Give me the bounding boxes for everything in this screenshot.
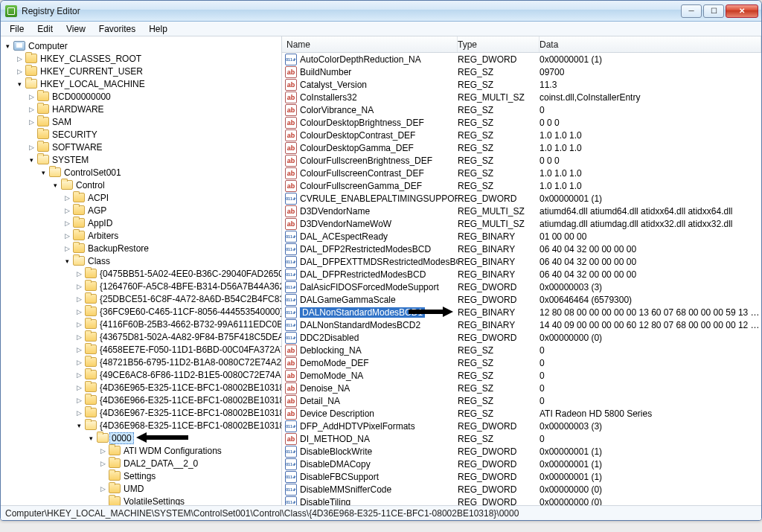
value-row[interactable]: DAL_ACEspectReadyREG_BINARY01 00 00 00 (282, 230, 761, 243)
tree-label[interactable]: AppID (88, 218, 112, 228)
tree-row[interactable]: ▷DAL2_DATA__2_0 (2, 457, 281, 469)
tree-label[interactable]: {4658EE7E-F050-11D1-B6BD-00C04FA372A7… (100, 344, 282, 355)
value-row[interactable]: DALGameGammaScaleREG_DWORD0x00646464 (65… (282, 293, 761, 306)
expand-icon[interactable]: ▷ (74, 332, 84, 342)
tree-row[interactable]: ▷AGP (2, 204, 281, 217)
tree-row[interactable]: ▾0000 (2, 432, 281, 444)
expand-icon[interactable]: ▷ (62, 193, 72, 203)
value-row[interactable]: BuildNumberREG_SZ09700 (282, 65, 761, 78)
tree-row[interactable]: ▷{25DBCE51-6C8F-4A72-8A6D-B54C2B4FC83… (2, 292, 281, 305)
column-data[interactable]: Data (540, 36, 761, 52)
tree-row[interactable]: ▾{4D36E968-E325-11CE-BFC1-08002BE10318… (2, 419, 281, 432)
expand-icon[interactable]: ▷ (74, 344, 84, 355)
tree-label[interactable]: HKEY_CLASSES_ROOT (40, 54, 141, 64)
value-row[interactable]: D3DVendorNameWoWREG_MULTI_SZatiumdag.dll… (282, 217, 761, 230)
value-row[interactable]: CoInstallers32REG_MULTI_SZcoinst.dll,CoI… (282, 91, 761, 103)
value-row[interactable]: DAL_DFPRestrictedModesBCDREG_BINARY06 40… (282, 268, 761, 281)
value-row[interactable]: DAL_DFPEXTTMDSRestrictedModesBCDREG_BINA… (282, 255, 761, 268)
tree-row[interactable]: ▾HKEY_LOCAL_MACHINE (2, 77, 281, 90)
collapse-icon[interactable]: ▾ (14, 79, 25, 89)
tree-row[interactable]: ▾ControlSet001 (2, 166, 281, 179)
value-row[interactable]: Catalyst_VersionREG_SZ11.3 (282, 78, 761, 91)
tree-label[interactable]: UMD (124, 484, 144, 494)
expand-icon[interactable]: ▷ (97, 446, 108, 456)
value-row[interactable]: DDC2DisabledREG_DWORD0x00000000 (0) (282, 331, 761, 344)
value-row[interactable]: ColourFullscreenBrightness_DEFREG_SZ0 0 … (282, 154, 761, 167)
tree-row[interactable]: ▷ACPI (2, 191, 281, 204)
expand-icon[interactable]: ▷ (74, 307, 84, 317)
tree-label[interactable]: SECURITY (52, 129, 97, 140)
tree-row[interactable]: ▷AppID (2, 217, 281, 229)
expand-icon[interactable]: ▷ (97, 458, 108, 469)
tree-row[interactable]: ▷{4116F60B-25B3-4662-B732-99A6111EDC0B… (2, 318, 281, 330)
tree-row[interactable]: ▷{4658EE7E-F050-11D1-B6BD-00C04FA372A7… (2, 343, 281, 356)
tree-row[interactable]: ▷HKEY_CURRENT_USER (2, 65, 281, 77)
value-row[interactable]: ColourDesktopGamma_DEFREG_SZ1.0 1.0 1.0 (282, 141, 761, 154)
collapse-icon[interactable]: ▾ (62, 256, 72, 266)
collapse-icon[interactable]: ▾ (2, 41, 13, 51)
tree-row[interactable]: ▷BackupRestore (2, 242, 281, 254)
expand-icon[interactable]: ▷ (26, 142, 36, 153)
value-row[interactable]: CVRULE_ENABLEPALTIMINGSUPPORTREG_DWORD0x… (282, 192, 761, 205)
value-row[interactable]: ColourFullscreenGamma_DEFREG_SZ1.0 1.0 1… (282, 179, 761, 192)
column-name[interactable]: Name (282, 36, 458, 52)
tree-label[interactable]: 0000 (109, 432, 134, 444)
tree-label[interactable]: {0475BB51-5A02-4EE0-B36C-29040FAD2650… (100, 269, 282, 279)
tree-label[interactable]: {43675D81-502A-4A82-9F84-B75F418C5DEA… (100, 332, 282, 342)
value-row[interactable]: DAL_DFP2RestrictedModesBCDREG_BINARY06 4… (282, 243, 761, 255)
collapse-icon[interactable]: ▾ (86, 433, 96, 443)
tree-label[interactable]: BCD00000000 (52, 92, 111, 102)
tree-row[interactable]: ▷{48721B56-6795-11D2-B1A8-0080C72E74A2… (2, 356, 281, 368)
tree-label[interactable]: {36FC9E60-C465-11CF-8056-444553540000} (100, 307, 282, 317)
expand-icon[interactable]: ▷ (74, 294, 84, 304)
tree-row[interactable]: ▷HKEY_CLASSES_ROOT (2, 52, 281, 65)
expand-icon[interactable]: ▷ (74, 357, 84, 368)
expand-icon[interactable]: ▷ (74, 395, 84, 406)
tree-pane[interactable]: ▾Computer▷HKEY_CLASSES_ROOT▷HKEY_CURRENT… (1, 36, 282, 505)
value-row[interactable]: DisableFBCSupportREG_DWORD0x00000001 (1) (282, 470, 761, 483)
tree-label[interactable]: ATI WDM Configurations (124, 446, 222, 456)
menu-view[interactable]: View (60, 22, 92, 36)
tree-row[interactable]: ▷{4D36E967-E325-11CE-BFC1-08002BE10318… (2, 406, 281, 419)
collapse-icon[interactable]: ▾ (74, 420, 84, 431)
tree-label[interactable]: Computer (28, 41, 68, 51)
expand-icon[interactable]: ▷ (97, 484, 108, 494)
tree-label[interactable]: {1264760F-A5C8-4BFE-B314-D56A7B44A362… (100, 281, 282, 292)
expand-icon[interactable]: ▷ (74, 319, 84, 330)
tree-row[interactable]: ▷{36FC9E60-C465-11CF-8056-444553540000} (2, 305, 281, 318)
values-pane[interactable]: Name Type Data AutoColorDepthReduction_N… (282, 36, 761, 505)
tree-label[interactable]: {4D36E968-E325-11CE-BFC1-08002BE10318… (100, 420, 282, 431)
value-row[interactable]: DI_METHOD_NAREG_SZ0 (282, 432, 761, 445)
menu-file[interactable]: File (4, 22, 30, 36)
tree-row[interactable]: ▾Class (2, 254, 281, 267)
tree-label[interactable]: VolatileSettings (124, 496, 185, 506)
tree-label[interactable]: BackupRestore (88, 243, 149, 254)
tree-label[interactable]: Arbiters (88, 231, 118, 241)
tree-label[interactable]: {4D36E967-E325-11CE-BFC1-08002BE10318… (100, 408, 282, 418)
value-row[interactable]: ColourDesktopBrightness_DEFREG_SZ0 0 0 (282, 116, 761, 129)
value-row[interactable]: DemoMode_NAREG_SZ0 (282, 369, 761, 382)
expand-icon[interactable]: ▷ (26, 104, 36, 115)
value-row[interactable]: DisableDMACopyREG_DWORD0x00000001 (1) (282, 458, 761, 470)
collapse-icon[interactable]: ▾ (26, 155, 36, 165)
tree-label[interactable]: {49CE6AC8-6F86-11D2-B1E5-0080C72E74A2… (100, 370, 282, 380)
value-row[interactable]: Deblocking_NAREG_SZ0 (282, 344, 761, 356)
tree-label[interactable]: ControlSet001 (64, 167, 121, 178)
expand-icon[interactable]: ▷ (62, 243, 72, 254)
tree-label[interactable]: HKEY_LOCAL_MACHINE (40, 79, 145, 89)
tree-row[interactable]: ▷HARDWARE (2, 103, 281, 115)
tree-label[interactable]: {4116F60B-25B3-4662-B732-99A6111EDC0B… (100, 319, 282, 330)
tree-row[interactable]: ▷BCD00000000 (2, 90, 281, 103)
expand-icon[interactable]: ▷ (62, 231, 72, 241)
expand-icon[interactable]: ▷ (62, 205, 72, 216)
value-row[interactable]: Device DescriptionREG_SZATI Radeon HD 58… (282, 407, 761, 420)
tree-label[interactable]: Control (76, 180, 105, 190)
expand-icon[interactable]: ▷ (74, 269, 84, 279)
value-row[interactable]: DALNonStandardModesBCD2REG_BINARY14 40 0… (282, 318, 761, 331)
tree-row[interactable]: ▷{43675D81-502A-4A82-9F84-B75F418C5DEA… (2, 330, 281, 343)
expand-icon[interactable]: ▷ (74, 382, 84, 393)
value-row[interactable]: DisableTilingREG_DWORD0x00000000 (0) (282, 496, 761, 505)
close-button[interactable]: ✕ (726, 4, 758, 18)
value-row[interactable]: DisableMMSnifferCodeREG_DWORD0x00000000 … (282, 483, 761, 496)
expand-icon[interactable]: ▷ (26, 92, 36, 102)
